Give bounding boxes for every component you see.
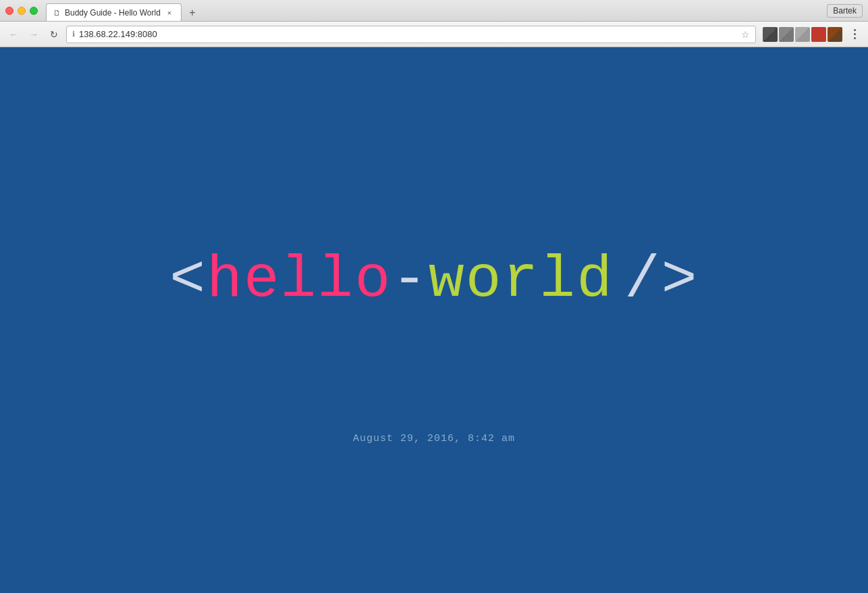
menu-dot-1 — [854, 29, 856, 31]
tag-name-green: world — [429, 247, 614, 313]
extensions-bar — [763, 27, 842, 42]
browser-menu-button[interactable] — [846, 26, 863, 43]
secure-icon: ℹ — [72, 30, 75, 38]
timestamp: August 29, 2016, 8:42 am — [353, 433, 515, 444]
self-close-bracket: /> — [624, 247, 699, 313]
extension-5-button[interactable] — [828, 27, 842, 42]
window-controls — [5, 7, 38, 15]
extension-3-button[interactable] — [795, 27, 810, 42]
close-button[interactable] — [5, 7, 13, 15]
tab-bar: 🗋 Buddy Guide - Hello World × + — [46, 0, 863, 21]
browser-navbar: ← → ↻ ℹ ☆ — [0, 22, 868, 47]
maximize-button[interactable] — [30, 7, 38, 15]
page-content: < hello - world /> August 29, 2016, 8:42… — [0, 47, 868, 593]
minimize-button[interactable] — [18, 7, 26, 15]
reload-button[interactable]: ↻ — [46, 26, 62, 43]
tag-name-pink: hello — [207, 247, 391, 313]
separator: - — [391, 247, 429, 313]
extension-1-button[interactable] — [763, 27, 778, 42]
forward-button[interactable]: → — [26, 26, 42, 43]
active-tab[interactable]: 🗋 Buddy Guide - Hello World × — [46, 3, 182, 21]
extension-4-button[interactable] — [811, 27, 826, 42]
extension-2-button[interactable] — [779, 27, 794, 42]
open-bracket: < — [169, 247, 207, 313]
bookmark-button[interactable]: ☆ — [741, 29, 750, 40]
back-button[interactable]: ← — [5, 26, 22, 43]
hello-world-display: < hello - world /> — [169, 247, 698, 313]
menu-dot-3 — [854, 37, 856, 39]
tab-title: Buddy Guide - Hello World — [65, 8, 161, 18]
profile-button[interactable]: Bartek — [827, 4, 863, 18]
address-bar[interactable] — [79, 29, 737, 39]
tab-page-icon: 🗋 — [53, 9, 61, 17]
new-tab-button[interactable]: + — [184, 5, 200, 21]
menu-dot-2 — [854, 33, 856, 35]
browser-titlebar: 🗋 Buddy Guide - Hello World × + Bartek — [0, 0, 868, 22]
tab-close-button[interactable]: × — [165, 8, 174, 18]
address-bar-container: ℹ ☆ — [66, 26, 756, 43]
